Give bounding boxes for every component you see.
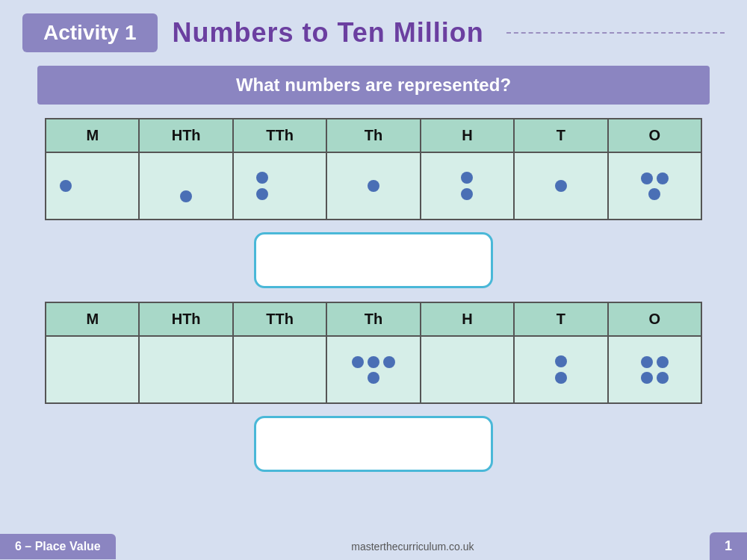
cell-m-1 bbox=[46, 152, 139, 220]
col-header-tth-2: TTh bbox=[233, 302, 326, 336]
cell-hth-2 bbox=[139, 336, 232, 403]
dot bbox=[352, 356, 364, 368]
footer-subject: 6 – Place Value bbox=[0, 534, 116, 559]
dot bbox=[648, 188, 660, 200]
col-header-m-2: M bbox=[46, 302, 139, 336]
cell-o-1 bbox=[608, 152, 701, 220]
cell-t-1 bbox=[514, 152, 607, 220]
col-header-th-2: Th bbox=[326, 302, 420, 336]
col-header-o-2: O bbox=[608, 302, 701, 336]
dot bbox=[555, 180, 567, 192]
dot bbox=[657, 356, 669, 368]
dot bbox=[60, 180, 72, 192]
dot bbox=[368, 372, 379, 384]
cell-hth-1 bbox=[139, 152, 232, 220]
col-header-hth-2: HTh bbox=[139, 302, 232, 336]
dot bbox=[383, 356, 395, 368]
dot bbox=[641, 356, 653, 368]
cell-t-2 bbox=[514, 336, 607, 403]
cell-o-2 bbox=[608, 336, 701, 403]
dot bbox=[555, 355, 567, 367]
col-header-h-2: H bbox=[421, 302, 514, 336]
col-header-h-1: H bbox=[421, 119, 514, 152]
col-header-m-1: M bbox=[46, 119, 139, 152]
cell-h-1 bbox=[421, 152, 514, 220]
dot bbox=[641, 372, 653, 384]
footer-page-number: 1 bbox=[710, 532, 747, 560]
dot bbox=[657, 172, 669, 184]
answer-box-wrapper-2 bbox=[0, 416, 747, 472]
dot bbox=[641, 172, 653, 184]
dot bbox=[555, 372, 567, 384]
page-header: Activity 1 Numbers to Ten Million bbox=[0, 0, 747, 60]
dot bbox=[368, 356, 379, 368]
place-value-table-2: M HTh TTh Th H T O bbox=[45, 302, 702, 404]
place-value-table-1: M HTh TTh Th H T O bbox=[45, 118, 702, 220]
dot bbox=[256, 188, 268, 200]
activity-badge: Activity 1 bbox=[22, 13, 158, 52]
cell-tth-1 bbox=[233, 152, 326, 220]
cell-th-2 bbox=[326, 336, 420, 403]
dot bbox=[461, 188, 473, 200]
question-banner: What numbers are represented? bbox=[37, 66, 710, 105]
cell-h-2 bbox=[421, 336, 514, 403]
footer-website: masterthecurriculum.co.uk bbox=[351, 541, 474, 553]
answer-input-2[interactable] bbox=[254, 416, 493, 472]
dot bbox=[256, 172, 268, 184]
dot bbox=[368, 180, 379, 192]
col-header-o-1: O bbox=[608, 119, 701, 152]
cell-tth-2 bbox=[233, 336, 326, 403]
answer-box-wrapper-1 bbox=[0, 232, 747, 288]
dot bbox=[461, 172, 473, 184]
answer-input-1[interactable] bbox=[254, 232, 493, 288]
header-divider bbox=[506, 32, 725, 34]
dot bbox=[657, 372, 669, 384]
cell-th-1 bbox=[326, 152, 420, 220]
dot bbox=[180, 190, 192, 202]
page-footer: 6 – Place Value masterthecurriculum.co.u… bbox=[0, 532, 747, 560]
cell-m-2 bbox=[46, 336, 139, 403]
col-header-t-1: T bbox=[514, 119, 607, 152]
col-header-hth-1: HTh bbox=[139, 119, 232, 152]
col-header-tth-1: TTh bbox=[233, 119, 326, 152]
page-title: Numbers to Ten Million bbox=[173, 17, 484, 49]
col-header-th-1: Th bbox=[326, 119, 420, 152]
col-header-t-2: T bbox=[514, 302, 607, 336]
